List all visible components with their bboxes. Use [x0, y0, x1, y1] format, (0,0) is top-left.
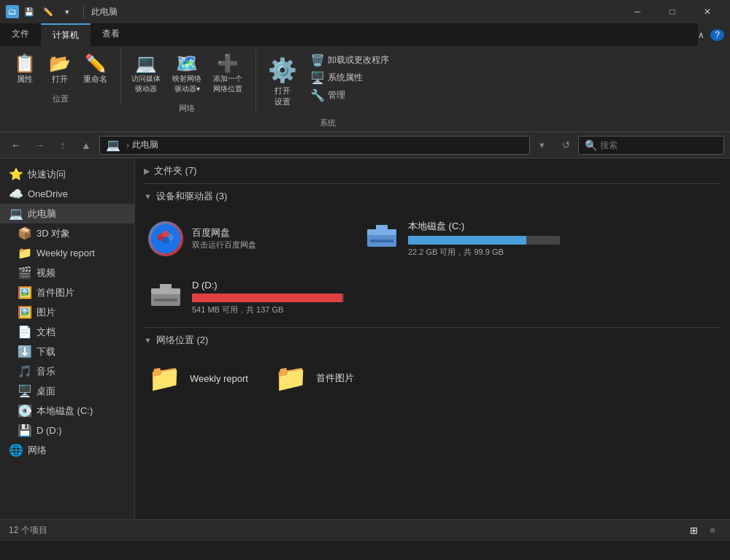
- sidebar-item-weekly-report[interactable]: 📁 Weekly report: [0, 243, 134, 263]
- svg-rect-7: [376, 225, 388, 231]
- drive-c-bar-bg: [408, 236, 560, 245]
- sidebar-item-local-disk-c[interactable]: 💽 本地磁盘 (C:): [0, 401, 134, 421]
- quick-rename-btn[interactable]: ✏️: [39, 3, 57, 20]
- recent-button[interactable]: ▲: [76, 135, 96, 156]
- network-section-header[interactable]: ▼ 网络位置 (2): [135, 328, 730, 353]
- sidebar-label-downloads: 下载: [36, 345, 55, 358]
- sidebar-item-this-pc[interactable]: 💻 此电脑: [0, 204, 134, 223]
- search-input[interactable]: [600, 140, 718, 150]
- properties-icon: 📋: [14, 55, 36, 72]
- help-btn[interactable]: ?: [710, 29, 724, 41]
- app-icon: 🗂: [6, 5, 19, 18]
- baidu-netdisk-item[interactable]: 百度网盘 双击运行百度网盘: [144, 215, 348, 262]
- minimize-button[interactable]: ─: [620, 0, 654, 23]
- local-disk-c-icon: 💽: [18, 404, 32, 418]
- tab-computer[interactable]: 计算机: [41, 23, 91, 46]
- sidebar-label-this-pc: 此电脑: [28, 207, 56, 220]
- quick-save-btn[interactable]: 💾: [20, 3, 38, 20]
- network-folder-icon-0: 📁: [148, 363, 181, 394]
- sidebar-item-videos[interactable]: 🎬 视频: [0, 263, 134, 283]
- sidebar-item-quick-access[interactable]: ⭐ 快速访问: [0, 164, 134, 184]
- ribbon-manage-btn[interactable]: 🔧 管理: [306, 87, 393, 104]
- devices-chevron: ▼: [144, 192, 152, 201]
- onedrive-icon: ☁️: [9, 187, 23, 201]
- drive-c-item[interactable]: 本地磁盘 (C:) 22.2 GB 可用，共 99.9 GB: [360, 215, 564, 262]
- devices-section-header[interactable]: ▼ 设备和驱动器 (3): [135, 184, 730, 209]
- sidebar-item-pictures[interactable]: 🖼️ 图片: [0, 302, 134, 322]
- forward-button[interactable]: →: [29, 135, 50, 156]
- network-section-content: 📁 Weekly report 📁 首件图片: [135, 353, 730, 404]
- refresh-button[interactable]: ↺: [556, 136, 575, 155]
- drive-d-free: 541 MB 可用，共 137 GB: [192, 305, 283, 314]
- search-box[interactable]: 🔍: [578, 136, 724, 155]
- large-icons-view-btn[interactable]: ⊞: [685, 522, 702, 540]
- uninstall-icon: 🗑️: [310, 53, 325, 67]
- ribbon-tabs: 文件 计算机 查看: [0, 23, 698, 46]
- close-button[interactable]: ✕: [691, 0, 724, 23]
- baidu-name: 百度网盘: [192, 226, 256, 239]
- back-button[interactable]: ←: [6, 135, 26, 156]
- sidebar-item-drive-d[interactable]: 💾 D (D:): [0, 421, 134, 440]
- network-chevron: ▼: [144, 336, 152, 345]
- ribbon-open-settings-btn[interactable]: ⚙️ 打开设置: [262, 52, 303, 112]
- sidebar-item-network[interactable]: 🌐 网络: [0, 440, 134, 460]
- 3d-objects-icon: 📦: [18, 226, 32, 240]
- folders-section-label: 文件夹 (7): [154, 164, 197, 177]
- ribbon-open-btn[interactable]: 📂 打开: [44, 52, 76, 88]
- baidu-sub: 双击运行百度网盘: [192, 239, 256, 250]
- ribbon-access-media-btn[interactable]: 💻 访问媒体驱动器: [127, 52, 165, 97]
- details-view-btn[interactable]: ≡: [704, 522, 721, 540]
- sidebar-item-first-photos[interactable]: 🖼️ 首件图片: [0, 283, 134, 302]
- devices-section-label: 设备和驱动器 (3): [156, 190, 228, 203]
- maximize-button[interactable]: □: [656, 0, 689, 23]
- search-icon: 🔍: [585, 139, 597, 151]
- address-path[interactable]: 💻 › 此电脑: [99, 136, 530, 155]
- sidebar-label-documents: 文档: [36, 326, 55, 339]
- ribbon-group-location: 📋 属性 📂 打开 ✏️ 重命名 位置: [6, 49, 121, 104]
- sidebar-item-3d-objects[interactable]: 📦 3D 对象: [0, 223, 134, 243]
- network-item-weekly-report[interactable]: 📁 Weekly report: [144, 358, 253, 398]
- sidebar-item-documents[interactable]: 📄 文档: [0, 322, 134, 342]
- svg-rect-12: [154, 299, 177, 302]
- quick-more-btn[interactable]: ▾: [58, 3, 76, 20]
- address-dropdown-btn[interactable]: ▾: [533, 136, 550, 155]
- group-label-location: 位置: [53, 93, 69, 104]
- tab-file[interactable]: 文件: [0, 23, 41, 46]
- sidebar-item-music[interactable]: 🎵 音乐: [0, 361, 134, 381]
- sidebar-item-onedrive[interactable]: ☁️ OneDrive: [0, 184, 134, 204]
- sidebar-label-3d-objects: 3D 对象: [36, 227, 70, 240]
- group-label-system: 系统: [320, 118, 336, 129]
- group-label-network: 网络: [179, 103, 195, 114]
- drive-d-item[interactable]: D (D:) 541 MB 可用，共 137 GB: [144, 274, 348, 321]
- baidu-icon: [148, 221, 183, 256]
- item-count: 12 个项目: [9, 524, 47, 537]
- ribbon-help: ∧ ?: [698, 29, 730, 41]
- this-pc-icon: 💻: [9, 207, 23, 220]
- drive-d-info: D (D:) 541 MB 可用，共 137 GB: [192, 280, 344, 315]
- sidebar-item-downloads[interactable]: ⬇️ 下载: [0, 342, 134, 361]
- system-props-icon: 🖥️: [310, 71, 325, 85]
- rename-icon: ✏️: [85, 55, 107, 72]
- ribbon-properties-btn[interactable]: 📋 属性: [9, 52, 41, 88]
- sidebar-label-first-photos: 首件图片: [36, 286, 74, 299]
- network-section-label: 网络位置 (2): [156, 334, 209, 347]
- ribbon-add-network-btn[interactable]: ➕ 添加一个网络位置: [209, 52, 247, 97]
- sidebar: ⭐ 快速访问 ☁️ OneDrive 💻 此电脑 📦 3D 对象 📁 Weekl…: [0, 158, 135, 519]
- ribbon-uninstall-btn[interactable]: 🗑️ 卸载或更改程序: [306, 52, 393, 69]
- path-label: 此电脑: [132, 139, 158, 151]
- ribbon-rename-btn[interactable]: ✏️ 重命名: [79, 52, 112, 88]
- network-icon: 🌐: [9, 443, 23, 457]
- ribbon-system-props-btn[interactable]: 🖥️ 系统属性: [306, 69, 393, 86]
- collapse-ribbon-btn[interactable]: ∧: [698, 30, 704, 40]
- folders-section-header[interactable]: ▶ 文件夹 (7): [135, 158, 730, 183]
- window-title: 此电脑: [91, 6, 118, 18]
- ribbon-system-col: 🗑️ 卸载或更改程序 🖥️ 系统属性 🔧 管理: [306, 52, 393, 104]
- network-item-first-photos[interactable]: 📁 首件图片: [270, 358, 358, 398]
- add-network-icon: ➕: [217, 55, 239, 72]
- manage-icon: 🔧: [310, 88, 325, 102]
- sidebar-item-desktop[interactable]: 🖥️ 桌面: [0, 381, 134, 401]
- ribbon-map-network-btn[interactable]: 🗺️ 映射网络驱动器▾: [168, 52, 206, 97]
- up-button[interactable]: ↑: [53, 135, 73, 156]
- tab-view[interactable]: 查看: [91, 23, 131, 46]
- drive-d-name: D (D:): [192, 280, 344, 291]
